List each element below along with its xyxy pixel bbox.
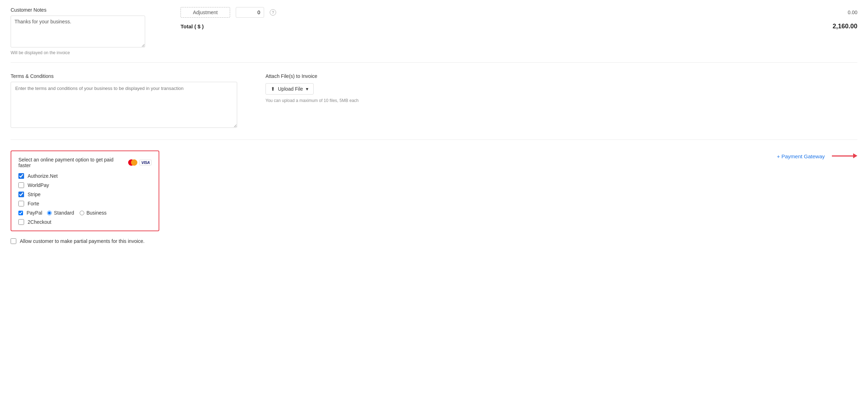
paypal-business-label[interactable]: Business	[86, 210, 107, 216]
payment-header-text: Select an online payment option to get p…	[18, 157, 125, 168]
worldpay-label[interactable]: WorldPay	[28, 182, 49, 188]
paypal-sub-options: Standard Business	[47, 210, 107, 216]
customer-notes-hint: Will be displayed on the invoice	[11, 50, 145, 55]
adjustment-value: 0.00	[822, 10, 857, 15]
payment-box-header: Select an online payment option to get p…	[18, 157, 152, 168]
partial-payments-row: Allow customer to make partial payments …	[11, 238, 857, 244]
upload-file-label: Upload File	[278, 86, 303, 92]
upload-icon: ⬆	[271, 86, 275, 92]
customer-notes-textarea[interactable]: Thanks for your business.	[11, 16, 145, 47]
stripe-option: Stripe	[18, 192, 152, 197]
authorize-option: Authorize.Net	[18, 173, 152, 179]
adjustment-input[interactable]	[236, 7, 264, 18]
upload-file-button[interactable]: ⬆ Upload File ▾	[265, 83, 314, 95]
stripe-checkbox[interactable]	[18, 192, 24, 197]
total-label: Total ( $ )	[181, 23, 251, 29]
arrow-line	[832, 155, 853, 157]
arrow-head	[853, 153, 857, 158]
customer-notes-section: Customer Notes Thanks for your business.…	[11, 7, 145, 55]
paypal-business-option: Business	[80, 210, 107, 216]
payment-gateway-link[interactable]: + Payment Gateway	[777, 153, 825, 159]
authorize-checkbox[interactable]	[18, 173, 24, 179]
partial-payments-label[interactable]: Allow customer to make partial payments …	[20, 238, 144, 244]
payment-options-list: Authorize.Net WorldPay Stripe Forte	[18, 173, 152, 225]
terms-section: Terms & Conditions	[11, 73, 237, 129]
adjustment-row: Adjustment ? 0.00	[181, 7, 857, 18]
totals-section: Adjustment ? 0.00 Total ( $ ) 2,160.00	[159, 7, 857, 55]
partial-payments-checkbox[interactable]	[11, 238, 16, 244]
paypal-standard-radio[interactable]	[47, 211, 52, 215]
forte-checkbox[interactable]	[18, 201, 24, 206]
paypal-checkbox[interactable]	[18, 211, 23, 215]
gateway-right-section: + Payment Gateway	[777, 150, 857, 159]
payment-section: Select an online payment option to get p…	[11, 150, 857, 231]
payment-gateway-label: + Payment Gateway	[777, 153, 825, 159]
payment-cards-icons: VISA	[128, 159, 152, 166]
forte-label[interactable]: Forte	[28, 201, 39, 206]
total-value: 2,160.00	[822, 23, 857, 30]
paypal-label[interactable]: PayPal	[27, 210, 42, 216]
worldpay-checkbox[interactable]	[18, 182, 24, 188]
checkout2-option: 2Checkout	[18, 219, 152, 225]
worldpay-option: WorldPay	[18, 182, 152, 188]
adjustment-label: Adjustment	[181, 7, 230, 18]
forte-option: Forte	[18, 201, 152, 206]
help-icon[interactable]: ?	[270, 9, 276, 16]
authorize-label[interactable]: Authorize.Net	[28, 173, 58, 179]
stripe-label[interactable]: Stripe	[28, 192, 41, 197]
customer-notes-label: Customer Notes	[11, 7, 145, 13]
mastercard-icon	[128, 159, 138, 166]
checkout2-label[interactable]: 2Checkout	[28, 219, 51, 225]
paypal-row: PayPal Standard Business	[18, 210, 152, 216]
middle-section: Terms & Conditions Attach File(s) to Inv…	[11, 73, 857, 140]
paypal-standard-label[interactable]: Standard	[54, 210, 74, 216]
terms-label: Terms & Conditions	[11, 73, 237, 79]
paypal-standard-option: Standard	[47, 210, 74, 216]
payment-options-box: Select an online payment option to get p…	[11, 150, 159, 231]
attach-files-section: Attach File(s) to Invoice ⬆ Upload File …	[251, 73, 857, 129]
terms-textarea[interactable]	[11, 82, 237, 128]
visa-icon: VISA	[139, 160, 152, 165]
attach-files-label: Attach File(s) to Invoice	[265, 73, 857, 79]
checkout2-checkbox[interactable]	[18, 219, 24, 225]
red-arrow	[832, 153, 857, 158]
upload-dropdown-icon: ▾	[306, 86, 308, 92]
top-section: Customer Notes Thanks for your business.…	[11, 7, 857, 63]
total-row: Total ( $ ) 2,160.00	[181, 23, 857, 30]
paypal-business-radio[interactable]	[80, 211, 84, 215]
attach-hint: You can upload a maximum of 10 files, 5M…	[265, 98, 857, 103]
